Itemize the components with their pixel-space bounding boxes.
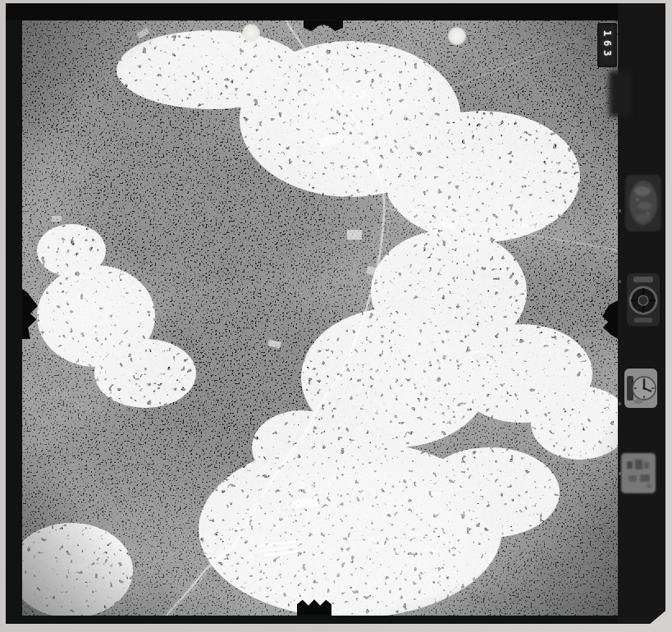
film-edge-tick	[619, 402, 621, 405]
film-edge-tick	[619, 209, 621, 213]
registration-dot-right	[448, 27, 466, 45]
film-sheet: 163	[6, 3, 665, 624]
data-strip-window	[625, 175, 661, 231]
frame-counter-window: 163	[597, 23, 617, 67]
fiducial-tab-bottom	[297, 598, 331, 616]
aerial-photograph	[22, 21, 618, 616]
camera-clock-dial	[624, 369, 657, 408]
altimeter-window	[621, 453, 656, 493]
frame-number: 163	[601, 30, 613, 61]
registration-dot-left	[242, 24, 260, 42]
scanner-background: 163	[0, 0, 672, 632]
level-bubble-dial	[627, 273, 660, 326]
counter-light-patch	[609, 71, 632, 117]
film-edge-tick	[619, 280, 621, 283]
aerial-photo-texture	[22, 21, 618, 616]
